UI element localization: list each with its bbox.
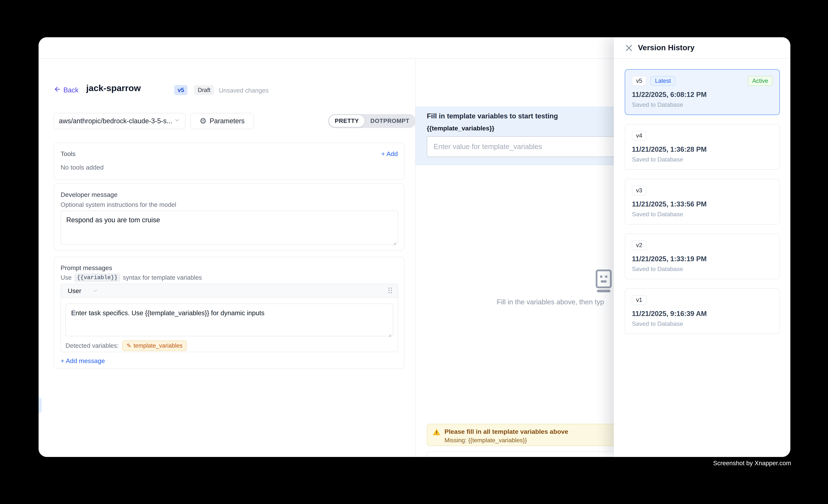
version-entry[interactable]: v1 11/21/2025, 9:16:39 AM Saved to Datab… bbox=[625, 288, 780, 334]
parameters-button[interactable]: ⚙ Parameters bbox=[190, 113, 254, 129]
detected-variable-chip[interactable]: ✎ template_variables bbox=[122, 340, 187, 351]
resize-handle-icon[interactable] bbox=[387, 330, 391, 334]
version-badge: v2 bbox=[632, 240, 647, 250]
page-title: jack-sparrow bbox=[86, 83, 141, 93]
version-note: Saved to Database bbox=[632, 156, 773, 163]
add-message-button[interactable]: + Add message bbox=[60, 357, 105, 365]
prompt-messages-card: Prompt messages Use {{variable}} syntax … bbox=[54, 257, 405, 369]
close-icon[interactable] bbox=[624, 43, 633, 52]
gear-icon: ⚙ bbox=[200, 117, 207, 125]
user-message-textarea[interactable]: Enter task specifics. Use {{template_var… bbox=[66, 303, 393, 336]
detected-variables-label: Detected variables: bbox=[66, 342, 119, 349]
parameters-label: Parameters bbox=[210, 117, 245, 125]
add-tool-button[interactable]: + Add bbox=[381, 150, 398, 158]
version-list: v5 Latest Active 11/22/2025, 6:08:12 PM … bbox=[625, 69, 780, 334]
prompt-message-block: User Enter task specifics. Use bbox=[60, 284, 398, 352]
hint-suffix: syntax for template variables bbox=[123, 274, 202, 281]
chevron-down-icon bbox=[174, 117, 180, 125]
prompt-messages-title: Prompt messages bbox=[60, 264, 112, 271]
developer-message-card: Developer message Optional system instru… bbox=[54, 183, 405, 251]
model-select[interactable]: aws/anthropic/bedrock-claude-3-5-s... bbox=[54, 113, 185, 129]
version-badges-row: v4 bbox=[632, 131, 773, 140]
variable-name-label: {{template_variables}} bbox=[427, 125, 494, 132]
active-badge: Active bbox=[748, 76, 773, 86]
version-note: Saved to Database bbox=[632, 265, 773, 272]
developer-message-textarea[interactable]: Respond as you are tom cruise bbox=[60, 211, 398, 245]
resize-handle-icon[interactable] bbox=[392, 239, 396, 243]
version-badge: v1 bbox=[632, 295, 647, 305]
pencil-icon: ✎ bbox=[126, 343, 131, 348]
chevron-down-icon bbox=[93, 288, 98, 294]
message-header: User bbox=[61, 284, 398, 298]
latest-badge: Latest bbox=[651, 76, 675, 86]
warning-triangle-icon bbox=[432, 428, 441, 442]
toggle-option-pretty[interactable]: PRETTY bbox=[329, 115, 365, 127]
back-arrow-icon bbox=[54, 85, 61, 95]
version-badges-row: v1 bbox=[632, 295, 773, 305]
message-role-select[interactable]: User bbox=[68, 287, 98, 295]
message-role-value: User bbox=[68, 287, 81, 295]
variable-syntax-chip: {{variable}} bbox=[74, 273, 120, 282]
version-badge: v4 bbox=[632, 131, 647, 140]
version-badges-row: v2 bbox=[632, 240, 773, 250]
version-history-header: Version History bbox=[614, 37, 790, 59]
drag-handle-icon[interactable] bbox=[388, 287, 392, 295]
version-note: Saved to Database bbox=[632, 211, 773, 218]
template-syntax-hint: Use {{variable}} syntax for template var… bbox=[60, 273, 202, 282]
unsaved-changes-text: Unsaved changes bbox=[219, 87, 268, 94]
back-label: Back bbox=[64, 86, 79, 94]
version-history-title: Version History bbox=[638, 43, 695, 52]
version-timestamp: 11/22/2025, 6:08:12 PM bbox=[632, 91, 773, 99]
back-button[interactable]: Back bbox=[54, 85, 79, 95]
empty-state-text: Fill in the variables above, then typ bbox=[497, 298, 604, 306]
warning-title: Please fill in all template variables ab… bbox=[445, 428, 568, 435]
detected-variable-name: template_variables bbox=[134, 342, 182, 349]
warning-detail: Missing: {{template_variables}} bbox=[445, 437, 568, 444]
version-entry[interactable]: v2 11/21/2025, 1:33:19 PM Saved to Datab… bbox=[625, 234, 780, 279]
version-timestamp: 11/21/2025, 1:33:19 PM bbox=[632, 255, 773, 263]
version-note: Saved to Database bbox=[632, 320, 773, 327]
detected-variables-row: Detected variables: ✎ template_variables bbox=[66, 340, 187, 351]
prompt-editor-pane: Back jack-sparrow v5 Draft Unsaved chang… bbox=[39, 59, 415, 457]
tools-title: Tools bbox=[60, 150, 76, 158]
toggle-option-dotprompt[interactable]: DOTPROMPT bbox=[365, 115, 415, 127]
model-select-value: aws/anthropic/bedrock-claude-3-5-s... bbox=[59, 117, 174, 125]
developer-message-subtitle: Optional system instructions for the mod… bbox=[60, 201, 176, 208]
version-badge: v5 bbox=[632, 76, 647, 86]
version-badges-row: v5 Latest Active bbox=[632, 76, 773, 86]
version-history-panel: Version History v5 Latest Active 11/22/2… bbox=[614, 37, 790, 457]
version-note: Saved to Database bbox=[632, 101, 773, 108]
version-timestamp: 11/21/2025, 1:33:56 PM bbox=[632, 200, 773, 208]
app-window: Back jack-sparrow v5 Draft Unsaved chang… bbox=[39, 37, 790, 457]
developer-message-title: Developer message bbox=[60, 191, 117, 198]
version-entry[interactable]: v5 Latest Active 11/22/2025, 6:08:12 PM … bbox=[625, 69, 780, 115]
edge-notch bbox=[39, 397, 42, 413]
version-badge: v3 bbox=[632, 185, 647, 195]
view-mode-toggle[interactable]: PRETTY DOTPROMPT bbox=[328, 114, 416, 128]
version-timestamp: 11/21/2025, 9:16:39 AM bbox=[632, 310, 773, 318]
tools-card: Tools + Add No tools added bbox=[54, 143, 405, 180]
developer-message-value: Respond as you are tom cruise bbox=[66, 216, 160, 224]
watermark-text: Screenshot by Xnapper.com bbox=[713, 460, 791, 467]
banner-title: Fill in template variables to start test… bbox=[427, 112, 558, 120]
header-version-badge: v5 bbox=[174, 85, 188, 95]
version-badges-row: v3 bbox=[632, 185, 773, 195]
version-entry[interactable]: v3 11/21/2025, 1:33:56 PM Saved to Datab… bbox=[625, 179, 780, 224]
hint-prefix: Use bbox=[60, 274, 72, 281]
version-entry[interactable]: v4 11/21/2025, 1:36:28 PM Saved to Datab… bbox=[625, 124, 780, 170]
bot-face-icon bbox=[590, 267, 617, 295]
user-message-value: Enter task specifics. Use {{template_var… bbox=[71, 309, 264, 317]
header-draft-badge: Draft bbox=[194, 85, 214, 95]
screenshot-canvas: Back jack-sparrow v5 Draft Unsaved chang… bbox=[0, 0, 828, 504]
tools-empty-text: No tools added bbox=[60, 164, 104, 171]
version-timestamp: 11/21/2025, 1:36:28 PM bbox=[632, 145, 773, 153]
